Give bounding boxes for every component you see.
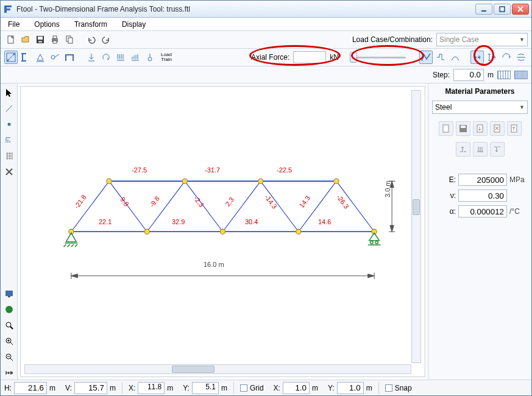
mat-apply-all-button[interactable] xyxy=(473,142,488,157)
mat-save-button[interactable] xyxy=(456,121,470,136)
material-buttons xyxy=(432,118,528,160)
app-window: Ftool - Two-Dimensional Frame Analysis T… xyxy=(0,0,532,396)
svg-point-16 xyxy=(13,54,15,55)
result-scale-slider[interactable] xyxy=(350,52,411,63)
zoom-out-tool[interactable] xyxy=(2,350,16,364)
zoom-tool[interactable] xyxy=(2,319,16,332)
svg-line-33 xyxy=(261,181,299,232)
diagram-moment-button[interactable] xyxy=(449,51,462,64)
drawing-canvas[interactable]: -27.5 -31.7 -22.5 -21.8 9.8 -9.8 -2.3 2.… xyxy=(20,86,425,377)
screen-tool[interactable] xyxy=(2,287,16,300)
menu-transform[interactable]: Transform xyxy=(72,19,110,30)
axial-force-unit: kN xyxy=(327,53,341,62)
svg-rect-11 xyxy=(53,41,57,43)
mat-collect-button[interactable] xyxy=(490,142,505,157)
copy-button[interactable] xyxy=(63,33,76,46)
envelope-button[interactable] xyxy=(514,51,528,64)
member-tool[interactable] xyxy=(4,51,18,64)
minimize-button[interactable] xyxy=(475,4,492,15)
svg-point-39 xyxy=(296,229,301,234)
diagram-shear-button[interactable] xyxy=(434,51,447,64)
new-button[interactable] xyxy=(4,33,18,46)
step-field[interactable] xyxy=(453,69,484,81)
temp-load-tool[interactable] xyxy=(143,51,157,64)
H-field[interactable] xyxy=(14,382,47,394)
mat-apply-button[interactable] xyxy=(456,142,470,157)
save-button[interactable] xyxy=(34,33,47,46)
frame-tool[interactable] xyxy=(63,51,76,64)
section-tool[interactable] xyxy=(19,51,32,64)
open-button[interactable] xyxy=(19,33,32,46)
material-combo[interactable]: Steel ▼ xyxy=(432,101,528,114)
svg-line-31 xyxy=(185,181,222,232)
mat-import-button[interactable] xyxy=(473,121,488,136)
nu-field[interactable] xyxy=(458,189,507,202)
trap-load-tool[interactable] xyxy=(129,51,142,64)
mat-export-button[interactable] xyxy=(507,121,522,136)
horizontal-scrollbar[interactable] xyxy=(24,364,411,374)
status-bar: H: m V: m X: 11.8 m Y: 5.1 m Grid X: m Y… xyxy=(1,380,531,395)
menu-file[interactable]: File xyxy=(5,19,22,30)
delete-tool[interactable] xyxy=(2,165,16,179)
undo-button[interactable] xyxy=(85,33,98,46)
svg-rect-0 xyxy=(4,5,7,13)
X-unit: m xyxy=(167,384,173,392)
E-field[interactable] xyxy=(458,174,507,186)
axial-force-field[interactable] xyxy=(293,51,326,63)
scale-tool[interactable] xyxy=(2,366,16,380)
menu-options[interactable]: Options xyxy=(32,19,62,30)
span-h: 16.0 m xyxy=(204,261,224,268)
grid-checkbox[interactable] xyxy=(240,384,247,392)
mat-delete-button[interactable] xyxy=(490,121,505,136)
dist-load-tool[interactable] xyxy=(114,51,127,64)
redo-button[interactable] xyxy=(99,33,113,46)
alpha-field[interactable] xyxy=(458,205,507,217)
reactions-button[interactable] xyxy=(485,51,498,64)
menu-bar: File Options Transform Display xyxy=(1,18,531,31)
diagram-axial-button[interactable] xyxy=(419,51,433,64)
E-unit: MPa xyxy=(509,175,528,184)
ruler-coarse-icon[interactable] xyxy=(497,71,511,79)
span-v: 3.0 m xyxy=(384,180,391,197)
chevron-down-icon: ▼ xyxy=(519,104,525,110)
bot-1: 32.9 xyxy=(172,218,185,225)
chevron-down-icon: ▼ xyxy=(519,37,525,43)
world-tool[interactable] xyxy=(2,303,16,316)
truss-svg xyxy=(21,87,425,377)
bot-3: 14.6 xyxy=(318,218,331,225)
print-button[interactable] xyxy=(48,33,62,46)
line-tool[interactable] xyxy=(2,102,16,115)
snap-checkbox[interactable] xyxy=(385,384,392,392)
load-train-tool[interactable]: Load Train xyxy=(158,51,175,64)
zoom-in-tool[interactable] xyxy=(2,334,16,348)
vertical-scrollbar[interactable] xyxy=(411,90,421,363)
influence-button[interactable] xyxy=(500,51,513,64)
menu-display[interactable]: Display xyxy=(119,19,148,30)
mat-new-button[interactable] xyxy=(439,121,453,136)
support-tool[interactable] xyxy=(34,51,47,64)
gx-label: X: xyxy=(274,384,280,392)
dimension-tool[interactable] xyxy=(2,133,16,147)
maximize-button[interactable] xyxy=(494,4,511,15)
V-field[interactable] xyxy=(74,382,107,394)
grid-label: Grid xyxy=(250,384,264,392)
alpha-label: α: xyxy=(445,207,456,216)
close-button[interactable] xyxy=(512,4,529,15)
toolbar-standard: Load Case/Combination: Single Case ▼ xyxy=(1,31,531,49)
svg-rect-4 xyxy=(500,7,505,12)
gx-field[interactable] xyxy=(283,382,310,394)
bot-0: 22.1 xyxy=(99,218,112,225)
deformed-button[interactable] xyxy=(470,51,484,64)
hinge-tool[interactable] xyxy=(48,51,62,64)
app-icon xyxy=(3,4,13,14)
moment-load-tool[interactable] xyxy=(99,51,113,64)
svg-rect-49 xyxy=(443,125,449,132)
gy-field[interactable] xyxy=(337,382,364,394)
grid-tool[interactable] xyxy=(2,149,16,163)
nodal-load-tool[interactable] xyxy=(85,51,98,64)
ruler-fine-icon[interactable] xyxy=(514,71,528,79)
svg-rect-3 xyxy=(481,10,486,12)
select-tool[interactable] xyxy=(2,86,16,99)
loadcase-combo[interactable]: Single Case ▼ xyxy=(436,33,528,46)
node-tool[interactable] xyxy=(2,118,16,131)
